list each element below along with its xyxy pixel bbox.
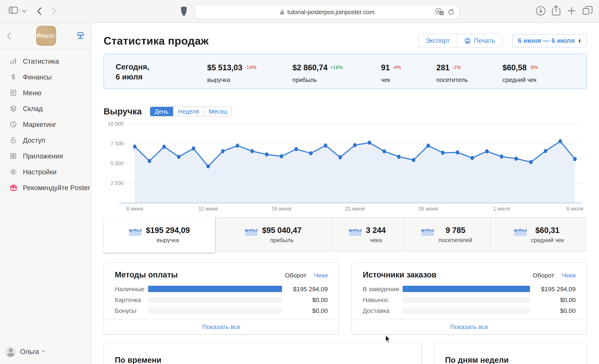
chevron-down-icon[interactable] [22, 9, 27, 13]
sidebar-item-1[interactable]: Статистика [0, 53, 91, 69]
tab-месяц[interactable]: Месяц [204, 107, 231, 116]
sidebar-item-8[interactable]: Настройки [0, 164, 91, 180]
sparkline-icon [422, 227, 434, 236]
bar-row-Навынос: Навынос $0,00 [363, 296, 576, 303]
total-value: $95 040,47 [262, 226, 302, 235]
total-label: прибыль [262, 237, 302, 243]
total-label: выручка [146, 237, 190, 243]
svg-text:11 июня: 11 июня [198, 206, 218, 212]
bar-fill [148, 286, 282, 292]
download-icon[interactable] [536, 6, 546, 16]
app-frame: Poster Статистика$ Финансы Меню Склад Ма… [0, 23, 599, 364]
new-tab-icon[interactable] [567, 7, 576, 15]
url-text[interactable]: tutorial-posterpos.joinposter.com [287, 9, 374, 15]
show-all-link[interactable]: Показать все [104, 319, 339, 334]
back-icon[interactable] [37, 7, 42, 15]
sidebar-item-label: Приложения [23, 152, 63, 160]
sidebar-item-5[interactable]: Маркетинг [0, 116, 91, 132]
bottom-panels: По времени По дням недели [104, 342, 587, 364]
tabs-overview-icon[interactable] [582, 6, 593, 16]
sidebar-item-9[interactable]: Рекомендуйте Poster [0, 180, 91, 195]
date-range-label: 6 июня — 6 июля [518, 37, 575, 44]
sidebar: Poster Статистика$ Финансы Меню Склад Ма… [0, 23, 91, 364]
total-value: 9 785 [439, 226, 473, 235]
svg-text:x: x [441, 11, 443, 15]
mode-turnover[interactable]: Оборот [533, 271, 554, 278]
svg-text:1 июля: 1 июля [493, 206, 510, 212]
sparkline-icon [129, 228, 142, 236]
reload-icon[interactable] [448, 9, 454, 15]
sidebar-item-4[interactable]: Склад [0, 101, 91, 116]
translate-icon[interactable]: Ax [436, 8, 444, 15]
svg-text:A: A [437, 9, 440, 13]
stat-value: $2 860,74 [292, 63, 328, 72]
bar-track [403, 307, 530, 314]
mode-checks-link[interactable]: Чеки [562, 271, 576, 278]
period-tabs: ДеньНеделяМесяц [150, 107, 232, 116]
stat-delta: -9% [529, 64, 538, 70]
sidebar-item-label: Маркетинг [23, 120, 56, 128]
svg-text:6 июня: 6 июня [126, 206, 143, 212]
mode-turnover[interactable]: Оборот [285, 271, 306, 278]
row-value: $0,00 [287, 307, 328, 314]
today-summary: Сегодня, 6 июля $5 513,03-14% выручка$2 … [104, 54, 587, 89]
tab-неделя[interactable]: Неделя [173, 107, 204, 116]
total-card-чека[interactable]: 3 244 чека [331, 217, 403, 252]
sidebar-item-7[interactable]: Приложения [0, 148, 91, 164]
by-time-panel: По времени [104, 342, 421, 364]
print-button[interactable]: Печать [457, 34, 502, 47]
export-print-group: Экспорт Печать [418, 34, 502, 48]
sidebar-item-3[interactable]: Меню [0, 85, 91, 101]
stat-label: средний чек [502, 77, 536, 83]
svg-text:16 июня: 16 июня [272, 206, 291, 212]
date-range-picker[interactable]: 6 июня — 6 июля ▲▼ [512, 34, 587, 47]
screen: tutorial-posterpos.joinposter.com Ax [0, 0, 599, 364]
sparkline-icon [245, 227, 258, 236]
total-card-посетителей[interactable]: 9 785 посетителей [403, 217, 490, 252]
stat-value: 91 [381, 63, 390, 72]
pos-terminal-icon[interactable] [75, 31, 86, 41]
bar-track [148, 286, 282, 292]
bar-track [148, 307, 282, 314]
revenue-chart: 10 0007 5005 0002 5006 июня11 июня16 июн… [104, 121, 587, 215]
forward-icon[interactable] [52, 7, 57, 15]
poster-logo[interactable]: Poster [36, 26, 56, 46]
sidebar-toggle-icon[interactable] [9, 7, 18, 14]
total-card-прибыль[interactable]: $95 040,47 прибыль [215, 217, 331, 252]
shield-icon[interactable] [181, 6, 187, 17]
user-caret-icon: ▼ [41, 349, 45, 354]
row-label: В заведении [363, 285, 399, 293]
user-menu[interactable]: Ольга ▼ [0, 339, 91, 364]
bar-row-Доставка: Доставка $0,00 [363, 307, 576, 314]
total-label: средний чек [531, 237, 564, 243]
sidebar-item-label: Меню [23, 89, 41, 97]
bar-fill [403, 286, 530, 292]
row-value: $0,00 [535, 307, 576, 314]
printer-icon [464, 37, 471, 44]
collapse-sidebar-icon[interactable] [6, 32, 11, 40]
document-icon [9, 89, 18, 97]
gift-icon [9, 184, 18, 192]
tab-день[interactable]: День [150, 107, 173, 116]
revenue-section-header: Выручка ДеньНеделяМесяц [104, 107, 587, 116]
total-card-выручка[interactable]: $195 294,09 выручка [104, 217, 215, 252]
share-icon[interactable] [552, 5, 561, 16]
sidebar-item-2[interactable]: $ Финансы [0, 69, 91, 85]
header-actions: Экспорт Печать 6 июня — 6 июля ▲▼ [418, 34, 587, 48]
lock-icon [280, 9, 284, 15]
export-button[interactable]: Экспорт [418, 34, 457, 47]
user-name: Ольга [20, 347, 39, 355]
mode-checks-link[interactable]: Чеки [314, 271, 328, 278]
stat-label: чек [381, 77, 390, 83]
svg-text:10 000: 10 000 [108, 121, 123, 127]
main-content: Статистика продаж Экспорт Печать 6 июня … [91, 23, 599, 364]
layers-icon [9, 105, 18, 112]
sidebar-item-6[interactable]: Доступ [0, 132, 91, 148]
total-card-средний-чек[interactable]: $60,31 средний чек [490, 217, 587, 252]
show-all-link[interactable]: Показать все [352, 319, 587, 334]
sidebar-menu: Статистика$ Финансы Меню Склад Маркетинг… [0, 50, 91, 195]
total-value: $195 294,09 [146, 226, 190, 235]
svg-text:5 000: 5 000 [110, 160, 123, 166]
row-label: Доставка [363, 307, 399, 314]
address-bar[interactable]: tutorial-posterpos.joinposter.com Ax [195, 5, 460, 19]
